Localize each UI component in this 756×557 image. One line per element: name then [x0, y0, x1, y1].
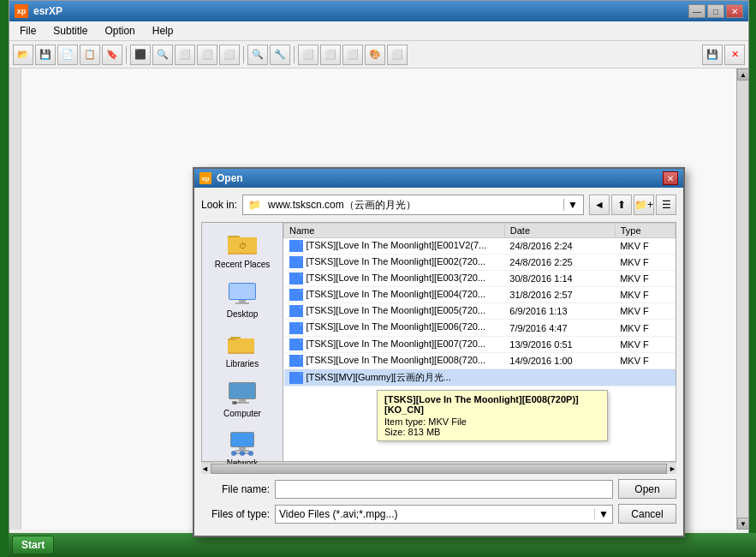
start-button[interactable]: Start [12, 536, 54, 554]
tool-save2[interactable]: 💾 [702, 45, 723, 65]
col-header-type[interactable]: Type [615, 224, 675, 238]
maximize-button[interactable]: □ [707, 4, 724, 18]
tool-save[interactable]: 💾 [35, 45, 56, 65]
nav-up[interactable]: ⬆ [611, 195, 632, 215]
file-icon [289, 256, 303, 268]
separator2 [243, 46, 244, 63]
minimize-button[interactable]: — [688, 4, 705, 18]
file-type-cell [615, 368, 675, 386]
file-name-cell: [TSKS][Love In The Moonlight][E008(720..… [284, 352, 505, 368]
svg-rect-16 [239, 399, 246, 402]
file-type-cell: MKV F [615, 336, 675, 352]
scrollbar-up[interactable]: ▲ [737, 69, 749, 81]
tool-btn12[interactable]: 🔧 [270, 45, 290, 65]
scroll-left-icon[interactable]: ◄ [201, 464, 209, 473]
tool-btn9[interactable]: ⬜ [197, 45, 217, 65]
tool-btn7[interactable]: 🔍 [152, 45, 173, 65]
table-row[interactable]: [TSKS][Love In The Moonlight][E007(720..… [284, 336, 676, 352]
file-name-input[interactable] [275, 480, 613, 499]
look-in-combo[interactable]: 📁 www.tskscn.com（云画的月光） ▼ [242, 195, 584, 215]
tool-btn4[interactable]: 📋 [80, 45, 100, 65]
scroll-right-icon[interactable]: ► [669, 464, 676, 473]
look-in-arrow[interactable]: ▼ [563, 199, 578, 211]
tool-btn17[interactable]: ⬜ [387, 45, 408, 65]
right-scrollbar[interactable]: ▲ ▼ [736, 69, 748, 530]
table-row[interactable]: [TSKS][Love In The Moonlight][E003(720..… [284, 271, 676, 287]
file-date-cell: 6/9/2016 1:13 [504, 303, 615, 320]
file-date-cell [504, 368, 615, 386]
dialog-close-button[interactable]: ✕ [663, 171, 678, 185]
tool-btn3[interactable]: 📄 [57, 45, 78, 65]
dialog-title: Open [217, 172, 243, 184]
close-button[interactable]: ✕ [726, 4, 743, 18]
tool-btn8[interactable]: ⬜ [175, 45, 195, 65]
desktop-icon [227, 281, 258, 307]
place-desktop[interactable]: Desktop [202, 276, 283, 324]
svg-rect-17 [235, 402, 249, 404]
tool-btn10[interactable]: ⬜ [219, 45, 240, 65]
tool-btn14[interactable]: ⬜ [320, 45, 341, 65]
scrollbar-track [737, 81, 748, 518]
title-bar-left: xp esrXP [15, 4, 63, 18]
col-header-date[interactable]: Date [504, 224, 615, 238]
col-header-name[interactable]: Name [284, 224, 505, 238]
table-row[interactable]: [TSKS][Love In The Moonlight][E006(720..… [284, 320, 676, 336]
files-of-type-combo[interactable]: Video Files (*.avi;*.mpg...) ▼ [275, 505, 613, 524]
table-row[interactable]: [TSKS][Love In The Moonlight][E004(720..… [284, 287, 676, 303]
table-row[interactable]: [TSKS][Love In The Moonlight][E002(720..… [284, 255, 676, 271]
side-panel [9, 69, 21, 530]
table-row[interactable]: [TSKS][Love In The Moonlight][E005(720..… [284, 303, 676, 320]
place-recent-places[interactable]: ⏱ Recent Places [202, 226, 283, 274]
nav-new-folder[interactable]: 📁+ [634, 195, 654, 215]
network-icon [227, 430, 258, 456]
tool-btn16[interactable]: 🎨 [365, 45, 385, 65]
dialog-footer: File name: Open Files of type: Video Fil… [201, 479, 676, 524]
file-type-cell: MKV F [615, 320, 675, 336]
table-row[interactable]: [TSKS][MV][Gummy][云画的月光... [284, 368, 676, 386]
tool-btn15[interactable]: ⬜ [342, 45, 363, 65]
file-date-cell: 14/9/2016 1:00 [504, 352, 615, 368]
scrollbar-thumb[interactable] [211, 464, 667, 474]
menu-file[interactable]: File [13, 23, 43, 39]
files-of-type-arrow[interactable]: ▼ [594, 508, 609, 520]
look-in-label: Look in: [201, 199, 237, 211]
tool-btn6[interactable]: ⬛ [130, 45, 151, 65]
menu-help[interactable]: Help [146, 23, 181, 39]
menu-subtitle[interactable]: Subtitle [46, 23, 94, 39]
open-button[interactable]: Open [618, 479, 676, 499]
file-date-cell: 30/8/2016 1:14 [504, 271, 615, 287]
file-name-label: File name: [201, 483, 270, 495]
table-row[interactable]: [TSKS][Love In The Moonlight][E001V2(7..… [284, 238, 676, 255]
libraries-icon [227, 331, 258, 356]
horizontal-scrollbar[interactable]: ◄ ► [201, 462, 676, 474]
scrollbar-down[interactable]: ▼ [737, 518, 749, 530]
file-icon [289, 322, 303, 334]
file-icon [289, 273, 303, 284]
menu-option[interactable]: Option [98, 23, 141, 39]
svg-rect-15 [229, 383, 255, 398]
nav-view[interactable]: ☰ [656, 195, 676, 215]
svg-rect-22 [239, 447, 246, 450]
tool-btn5[interactable]: 🔖 [102, 45, 122, 65]
file-name-cell: [TSKS][Love In The Moonlight][E001V2(7..… [284, 238, 505, 255]
app-icon: xp [15, 4, 28, 18]
tool-btn13[interactable]: ⬜ [298, 45, 318, 65]
place-libraries[interactable]: Libraries [202, 326, 283, 374]
table-row[interactable]: [TSKS][Love In The Moonlight][E008(720..… [284, 352, 676, 368]
file-icon [289, 338, 303, 350]
tool-zoom[interactable]: 🔍 [247, 45, 268, 65]
place-computer[interactable]: Computer [202, 375, 283, 423]
tool-close[interactable]: ✕ [724, 45, 745, 65]
file-name-cell: [TSKS][MV][Gummy][云画的月光... [284, 368, 505, 386]
file-date-cell: 7/9/2016 4:47 [504, 320, 615, 336]
toolbar: 📂 💾 📄 📋 🔖 ⬛ 🔍 ⬜ ⬜ ⬜ 🔍 🔧 ⬜ ⬜ ⬜ 🎨 ⬜ 💾 ✕ [9, 41, 748, 69]
cancel-button[interactable]: Cancel [618, 504, 676, 524]
file-type-cell: MKV F [615, 255, 675, 271]
dialog-body: Look in: 📁 www.tskscn.com（云画的月光） ▼ ◄ ⬆ 📁… [194, 188, 683, 536]
files-of-type-label: Files of type: [201, 508, 270, 520]
tooltip-item-type: Item type: MKV File [384, 416, 600, 427]
tool-open[interactable]: 📂 [13, 45, 33, 65]
nav-back[interactable]: ◄ [589, 195, 610, 215]
dialog-title-bar: xp Open ✕ [194, 169, 683, 188]
file-tooltip: [TSKS][Love In The Moonlight][E008(720P)… [377, 390, 608, 441]
